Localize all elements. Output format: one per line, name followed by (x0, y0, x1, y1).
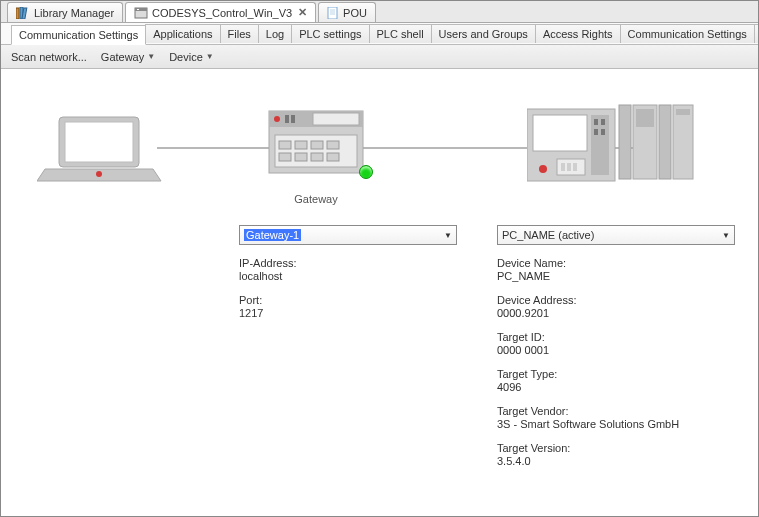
chevron-down-icon: ▼ (147, 52, 155, 61)
device-icon (134, 7, 148, 19)
target-version-value: 3.5.4.0 (497, 455, 738, 467)
svg-rect-6 (328, 7, 337, 19)
svg-rect-20 (279, 141, 291, 149)
svg-rect-26 (311, 153, 323, 161)
device-address-value: 0000.9201 (497, 307, 738, 319)
plc-icon (527, 103, 759, 195)
ip-address-label: IP-Address: (239, 257, 457, 269)
target-type-label: Target Type: (497, 368, 738, 380)
books-icon (16, 7, 30, 19)
chevron-down-icon: ▼ (722, 231, 730, 240)
tab-files[interactable]: Files (220, 24, 259, 43)
document-tab-bar: Library Manager CODESYS_Control_Win_V3 ✕… (1, 1, 758, 23)
svg-rect-32 (601, 119, 605, 125)
connection-diagram: Gateway (37, 105, 738, 225)
target-vendor-label: Target Vendor: (497, 405, 738, 417)
device-name-label: Device Name: (497, 257, 738, 269)
svg-rect-17 (291, 115, 295, 123)
svg-rect-25 (295, 153, 307, 161)
tab-plc-shell[interactable]: PLC shell (369, 24, 432, 43)
svg-rect-43 (659, 105, 671, 179)
gateway-caption: Gateway (261, 193, 371, 205)
tab-pou[interactable]: POU (318, 2, 376, 22)
close-icon[interactable]: ✕ (298, 6, 307, 19)
svg-rect-19 (275, 135, 357, 167)
laptop-icon (37, 115, 165, 189)
tab-task[interactable]: Task dep (754, 24, 759, 43)
svg-rect-31 (594, 119, 598, 125)
toolbar: Scan network... Gateway ▼ Device ▼ (1, 45, 758, 69)
device-address-label: Device Address: (497, 294, 738, 306)
device-name-value: PC_NAME (497, 270, 738, 282)
svg-point-12 (96, 171, 102, 177)
svg-rect-16 (285, 115, 289, 123)
gateway-icon (261, 105, 371, 189)
svg-rect-37 (561, 163, 565, 171)
port-value: 1217 (239, 307, 457, 319)
svg-rect-22 (311, 141, 323, 149)
tab-access-rights[interactable]: Access Rights (535, 24, 621, 43)
svg-rect-21 (295, 141, 307, 149)
tab-label: Library Manager (34, 7, 114, 19)
chevron-down-icon: ▼ (206, 52, 214, 61)
svg-rect-23 (327, 141, 339, 149)
target-type-value: 4096 (497, 381, 738, 393)
svg-rect-34 (601, 129, 605, 135)
tab-applications[interactable]: Applications (145, 24, 220, 43)
svg-rect-38 (567, 163, 571, 171)
svg-rect-45 (676, 109, 690, 115)
tab-library-manager[interactable]: Library Manager (7, 2, 123, 22)
tab-plc-settings[interactable]: PLC settings (291, 24, 369, 43)
device-menu-button[interactable]: Device ▼ (169, 51, 214, 63)
svg-rect-18 (313, 113, 359, 125)
gateway-status-dot (359, 165, 373, 179)
svg-rect-29 (533, 115, 587, 151)
main-panel: Gateway (1, 69, 758, 477)
svg-rect-39 (573, 163, 577, 171)
property-tab-bar: Communication Settings Applications File… (1, 23, 758, 45)
device-column: PC_NAME (active) ▼ Device Name: PC_NAME … (497, 225, 738, 467)
target-id-value: 0000 0001 (497, 344, 738, 356)
svg-rect-5 (137, 9, 139, 10)
svg-rect-44 (673, 105, 693, 179)
document-icon (327, 7, 339, 19)
tab-users-groups[interactable]: Users and Groups (431, 24, 536, 43)
ip-address-value: localhost (239, 270, 457, 282)
gateway-dropdown[interactable]: Gateway-1 ▼ (239, 225, 457, 245)
tab-communication-settings[interactable]: Communication Settings (11, 25, 146, 45)
svg-rect-30 (591, 115, 609, 175)
svg-rect-24 (279, 153, 291, 161)
svg-rect-0 (16, 8, 19, 19)
tab-label: CODESYS_Control_Win_V3 (152, 7, 292, 19)
tab-communication-settings-2[interactable]: Communication Settings (620, 24, 755, 43)
target-version-label: Target Version: (497, 442, 738, 454)
tab-label: POU (343, 7, 367, 19)
svg-rect-40 (619, 105, 631, 179)
svg-point-15 (274, 116, 280, 122)
target-id-label: Target ID: (497, 331, 738, 343)
svg-rect-11 (65, 122, 133, 162)
gateway-column: Gateway-1 ▼ IP-Address: localhost Port: … (239, 225, 457, 467)
gateway-menu-button[interactable]: Gateway ▼ (101, 51, 155, 63)
target-vendor-value: 3S - Smart Software Solutions GmbH (497, 418, 738, 430)
svg-rect-27 (327, 153, 339, 161)
port-label: Port: (239, 294, 457, 306)
svg-rect-33 (594, 129, 598, 135)
tab-log[interactable]: Log (258, 24, 292, 43)
chevron-down-icon: ▼ (444, 231, 452, 240)
scan-network-button[interactable]: Scan network... (11, 51, 87, 63)
tab-device[interactable]: CODESYS_Control_Win_V3 ✕ (125, 2, 316, 22)
svg-point-35 (539, 165, 547, 173)
svg-rect-42 (636, 109, 654, 127)
svg-rect-4 (135, 8, 147, 11)
device-dropdown[interactable]: PC_NAME (active) ▼ (497, 225, 735, 245)
